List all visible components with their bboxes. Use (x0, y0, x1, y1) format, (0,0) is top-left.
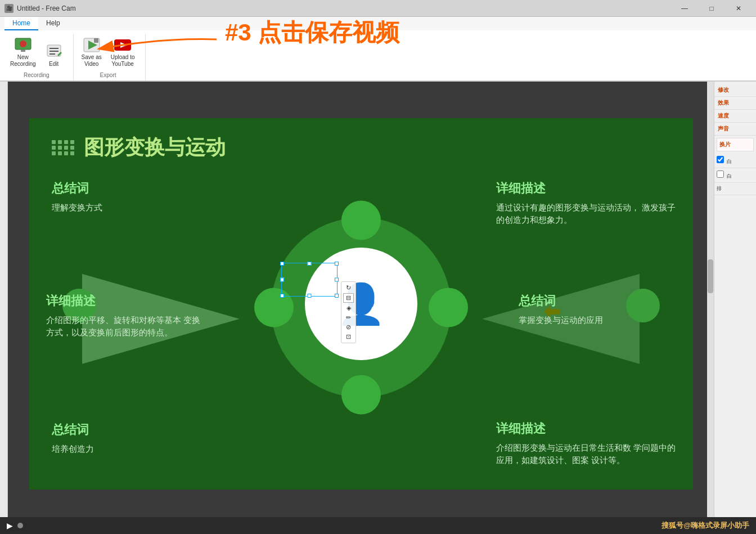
minimize-button[interactable]: — (672, 0, 698, 17)
text-block-top-right-content: 通过设计有趣的图形变换与运动活动， 激发孩子的创造力和想象力。 (496, 201, 676, 227)
edit-icon (45, 43, 63, 61)
panel-item-audio[interactable]: 声音 (714, 123, 756, 136)
scrollbar-thumb[interactable] (708, 259, 713, 293)
slide-toolbar: ↻ ⊟ ◈ ✏ ⊘ ⊡ (341, 281, 356, 343)
text-block-bottom-right-content: 介绍图形变换与运动在日常生活和数 学问题中的应用，如建筑设计、图案 设计等。 (496, 442, 676, 467)
save-as-video-button[interactable]: Save asVideo (78, 34, 105, 70)
save-as-video-label: Save asVideo (82, 54, 102, 68)
upload-youtube-label: Upload toYouTube (111, 54, 135, 68)
right-panel: 修改 效果 速度 声音 换片 白 白 排 (714, 82, 756, 526)
title-bar-left: 🎥 Untitled - Free Cam (4, 4, 76, 13)
text-block-bottom-right-title: 详细描述 (496, 420, 676, 437)
handle-ml[interactable] (280, 277, 284, 281)
toolbar-delete[interactable]: ⊘ (343, 323, 354, 331)
edit-label: Edit (49, 61, 58, 68)
new-recording-icon (14, 36, 32, 54)
right-scrollbar[interactable] (707, 82, 714, 526)
panel-checkbox-2[interactable]: 白 (714, 168, 756, 183)
app-title: Untitled - Free Cam (17, 5, 76, 12)
handle-bm[interactable] (307, 294, 311, 298)
svg-rect-9 (94, 38, 98, 43)
tab-home[interactable]: Home (4, 17, 38, 30)
text-block-bottom-right: 详细描述 介绍图形变换与运动在日常生活和数 学问题中的应用，如建筑设计、图案 设… (496, 420, 676, 467)
slide-content: 图形变换与运动 👤 (29, 118, 693, 490)
panel-sort[interactable]: 排 (714, 183, 756, 195)
toolbar-rotate[interactable]: ↻ (343, 284, 354, 292)
export-group-label: Export (100, 72, 116, 80)
handle-tm[interactable] (307, 262, 311, 266)
text-block-top-left: 总结词 理解变换方式 (52, 180, 209, 214)
text-block-mid-right: 总结词 掌握变换与运动的应用 (519, 293, 676, 327)
panel-item-effect[interactable]: 效果 (714, 97, 756, 110)
maximize-button[interactable]: □ (699, 0, 724, 17)
bump-bottom (341, 375, 381, 414)
title-dots-icon (52, 140, 75, 155)
play-button[interactable]: ▶ (7, 521, 13, 530)
text-block-bottom-left: 总结词 培养创造力 (52, 421, 192, 456)
panel-item-transition[interactable]: 换片 (717, 138, 754, 151)
handle-tl[interactable] (280, 262, 284, 266)
save-as-video-icon (83, 36, 101, 54)
panel-item-speed[interactable]: 速度 (714, 110, 756, 123)
app-icon: 🎥 (4, 4, 14, 13)
text-block-top-left-content: 理解变换方式 (52, 201, 209, 214)
export-buttons: Save asVideo Upload toYouTube (78, 34, 138, 70)
progress-indicator (17, 523, 23, 528)
slide-main-title: 图形变换与运动 (84, 134, 226, 161)
text-block-mid-right-title: 总结词 (519, 293, 676, 309)
text-block-bottom-left-content: 培养创造力 (52, 443, 192, 456)
toolbar-layers[interactable]: ◈ (343, 304, 354, 312)
watermark: 搜狐号@嗨格式录屏小助手 (662, 520, 749, 531)
text-block-mid-right-content: 掌握变换与运动的应用 (519, 314, 676, 327)
toolbar-edit2[interactable]: ✏ (343, 313, 354, 322)
text-block-top-right-title: 详细描述 (496, 180, 676, 197)
upload-youtube-icon (114, 36, 132, 54)
step-title: #3 点击保存视频 (225, 17, 399, 48)
recording-buttons: NewRecording Edit (7, 34, 66, 70)
panel-checkbox-1[interactable]: 白 (714, 154, 756, 168)
text-block-top-right: 详细描述 通过设计有趣的图形变换与运动活动， 激发孩子的创造力和想象力。 (496, 180, 676, 227)
text-block-top-left-title: 总结词 (52, 180, 209, 197)
text-block-mid-left-title: 详细描述 (46, 293, 204, 309)
handle-mr[interactable] (335, 277, 339, 281)
tab-help[interactable]: Help (38, 17, 68, 30)
bump-top (341, 200, 381, 240)
text-block-bottom-left-title: 总结词 (52, 421, 192, 438)
selection-box (281, 263, 338, 297)
svg-point-1 (20, 41, 26, 47)
main-area: 图形变换与运动 👤 (0, 82, 756, 526)
ribbon-group-export: Save asVideo Upload toYouTube Export (76, 34, 146, 80)
toolbar-frame[interactable]: ⊡ (343, 333, 354, 341)
handle-bl[interactable] (280, 294, 284, 298)
text-block-mid-left-content: 介绍图形的平移、旋转和对称等基本 变换方式，以及变换前后图形的特点。 (46, 314, 204, 339)
close-button[interactable]: ✕ (726, 0, 752, 17)
upload-youtube-button[interactable]: Upload toYouTube (107, 34, 138, 70)
svg-rect-2 (21, 50, 25, 52)
handle-br[interactable] (335, 294, 339, 298)
bottom-bar: ▶ 搜狐号@嗨格式录屏小助手 (0, 517, 756, 534)
panel-item-modify[interactable]: 修改 (714, 84, 756, 97)
edit-button[interactable]: Edit (42, 41, 66, 70)
ribbon-content: NewRecording Edit (0, 30, 756, 81)
ribbon-group-recording: NewRecording Edit (4, 34, 74, 80)
text-block-mid-left: 详细描述 介绍图形的平移、旋转和对称等基本 变换方式，以及变换前后图形的特点。 (46, 293, 204, 339)
new-recording-button[interactable]: NewRecording (7, 34, 39, 70)
title-bar: 🎥 Untitled - Free Cam — □ ✕ (0, 0, 756, 17)
slide-title-area: 图形变换与运动 (52, 134, 226, 161)
ribbon: Home Help NewRecording (0, 17, 756, 82)
new-recording-label: NewRecording (10, 54, 36, 68)
bump-right (429, 288, 468, 327)
toolbar-copy[interactable]: ⊟ (343, 293, 354, 303)
playback-controls: ▶ (7, 521, 23, 530)
left-scrollbar[interactable] (0, 82, 8, 526)
video-area: 图形变换与运动 👤 (8, 82, 714, 526)
recording-group-label: Recording (24, 72, 50, 80)
handle-tr[interactable] (335, 262, 339, 266)
window-controls: — □ ✕ (672, 0, 752, 17)
